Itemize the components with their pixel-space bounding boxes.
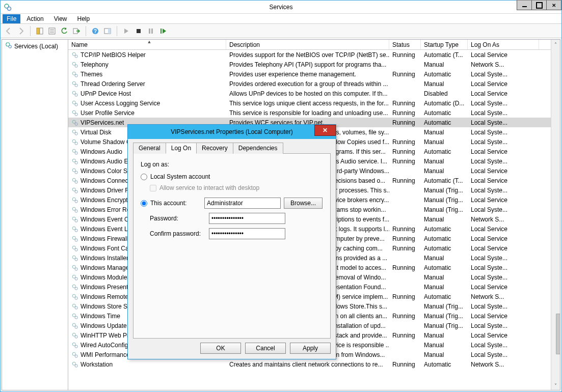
properties-button[interactable]: [47, 26, 57, 36]
service-name: Telephony: [81, 61, 109, 68]
dialog-close-button[interactable]: ✕: [314, 125, 336, 136]
service-row[interactable]: UPnP Device HostAllows UPnP devices to b…: [68, 89, 560, 98]
service-status: Running: [389, 50, 421, 60]
svg-point-72: [75, 306, 77, 309]
start-service-button[interactable]: [121, 26, 131, 36]
service-status: [389, 282, 421, 292]
action-pane-button[interactable]: [102, 26, 113, 36]
service-status: [389, 321, 421, 330]
stop-service-button[interactable]: [133, 26, 144, 36]
menu-view[interactable]: View: [50, 14, 71, 23]
service-name: UPnP Device Host: [81, 90, 131, 97]
label-local-system: Local System account: [150, 173, 210, 180]
service-status: [389, 166, 421, 176]
column-header-name[interactable]: Name ▲: [68, 40, 226, 49]
tree-root[interactable]: Services (Local): [4, 41, 66, 51]
browse-button[interactable]: Browse...: [284, 198, 323, 209]
svg-point-22: [75, 65, 77, 67]
svg-point-58: [75, 239, 77, 241]
service-row[interactable]: TCP/IP NetBIOS HelperProvides support fo…: [68, 50, 560, 60]
radio-this-account[interactable]: [141, 200, 147, 207]
service-row[interactable]: Thread Ordering ServerProvides ordered e…: [68, 79, 560, 89]
gear-icon: [71, 206, 78, 213]
service-startup: Manual (Trig...: [421, 301, 468, 311]
service-status: Running: [389, 98, 421, 108]
service-row[interactable]: User Profile ServiceThis service is resp…: [68, 108, 560, 118]
service-logon: Local Service: [468, 234, 539, 243]
gear-icon: [71, 119, 78, 126]
column-header-logon[interactable]: Log On As: [468, 40, 539, 49]
dialog-tabstrip: General Log On Recovery Dependencies: [133, 142, 331, 153]
pause-service-button[interactable]: [146, 26, 156, 36]
window-close-button[interactable]: [546, 0, 561, 10]
svg-text:?: ?: [94, 29, 97, 34]
svg-point-39: [72, 149, 75, 152]
vertical-scrollbar[interactable]: ˄ ˅: [551, 40, 560, 390]
menu-action[interactable]: Action: [22, 14, 47, 23]
confirm-password-input[interactable]: [209, 228, 285, 239]
service-row[interactable]: TelephonyProvides Telephony API (TAPI) s…: [68, 60, 560, 69]
service-status: Running: [389, 118, 421, 127]
menu-file[interactable]: File: [3, 14, 20, 23]
svg-point-82: [75, 355, 77, 357]
svg-point-66: [75, 277, 77, 280]
svg-point-49: [72, 198, 75, 201]
window-maximize-button[interactable]: [531, 0, 547, 10]
ok-button[interactable]: OK: [200, 343, 241, 354]
service-name: User Profile Service: [81, 109, 135, 117]
service-row[interactable]: User Access Logging ServiceThis service …: [68, 98, 560, 108]
service-name: Virtual Disk: [81, 129, 111, 136]
scroll-down-icon[interactable]: ˅: [554, 381, 557, 390]
column-header-status[interactable]: Status: [389, 40, 421, 49]
dialog-titlebar[interactable]: VIPServices.net Properties (Local Comput…: [128, 125, 336, 139]
svg-point-38: [75, 142, 77, 145]
tab-dependencies[interactable]: Dependencies: [233, 143, 283, 154]
service-startup: Manual: [421, 350, 468, 359]
apply-button[interactable]: Apply: [290, 343, 331, 354]
svg-point-84: [75, 365, 77, 367]
svg-point-18: [9, 45, 11, 48]
service-startup: Automatic (T...: [421, 176, 468, 185]
service-name: Thread Ordering Server: [81, 80, 145, 88]
export-button[interactable]: [71, 26, 82, 36]
forward-button[interactable]: [16, 26, 26, 36]
tab-general[interactable]: General: [133, 143, 166, 154]
tab-log-on[interactable]: Log On: [166, 143, 197, 154]
service-name: TCP/IP NetBIOS Helper: [81, 51, 146, 59]
service-startup: Automatic: [421, 69, 468, 79]
cancel-button[interactable]: Cancel: [245, 343, 286, 354]
service-desc: Provides Telephony API (TAPI) support fo…: [226, 60, 389, 69]
password-input[interactable]: [209, 213, 285, 224]
window-minimize-button[interactable]: [517, 0, 532, 10]
svg-point-65: [72, 275, 75, 278]
restart-service-button[interactable]: [158, 26, 168, 36]
service-row[interactable]: ThemesProvides user experience theme man…: [68, 69, 560, 79]
gear-icon: [71, 303, 78, 310]
help-button[interactable]: ?: [90, 26, 100, 36]
service-status: [389, 79, 421, 89]
svg-point-56: [75, 229, 77, 232]
svg-point-67: [72, 285, 75, 288]
scroll-up-icon[interactable]: ˄: [554, 40, 557, 49]
column-header-startup[interactable]: Startup Type: [421, 40, 468, 49]
scroll-thumb[interactable]: [556, 314, 561, 354]
account-input[interactable]: [204, 198, 281, 209]
menu-help[interactable]: Help: [73, 14, 94, 23]
svg-point-80: [75, 345, 77, 348]
refresh-button[interactable]: [59, 26, 69, 36]
svg-point-37: [72, 139, 75, 143]
column-header-description[interactable]: Description: [226, 40, 389, 49]
service-status: Running: [389, 292, 421, 301]
service-logon: Local Service: [468, 79, 539, 89]
gear-icon: [71, 361, 78, 368]
radio-local-system[interactable]: [141, 174, 147, 180]
service-logon: Local Service: [468, 243, 539, 253]
tab-recovery[interactable]: Recovery: [196, 143, 233, 154]
service-desc: Provides user experience theme managemen…: [226, 69, 389, 79]
service-row[interactable]: WorkstationCreates and maintains client …: [68, 359, 560, 369]
service-startup: Manual: [421, 166, 468, 176]
show-hide-tree-button[interactable]: [35, 26, 45, 36]
service-startup: Automatic (T...: [421, 50, 468, 60]
svg-point-46: [75, 181, 77, 183]
back-button[interactable]: [4, 26, 14, 36]
